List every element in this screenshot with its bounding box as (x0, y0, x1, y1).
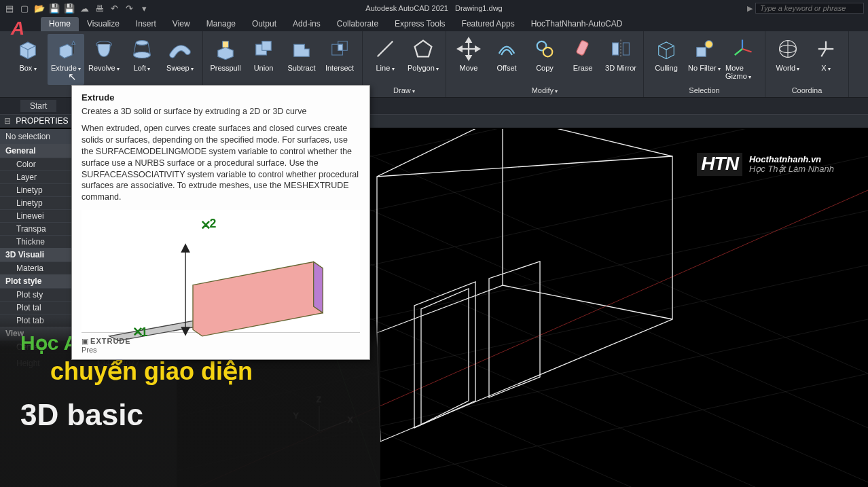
culling-button[interactable]: Culling (648, 34, 685, 85)
autocad-app-icon[interactable]: A (4, 15, 31, 42)
nofilter-button[interactable]: No Filter (686, 34, 723, 85)
sweep-label: Sweep (166, 64, 194, 72)
tab-featuredapps[interactable]: Featured Apps (454, 17, 523, 31)
loft-icon (130, 37, 154, 61)
qat-dd-icon[interactable]: ▾ (139, 3, 149, 14)
copy-icon (532, 37, 557, 61)
polygon-button[interactable]: Polygon (405, 34, 441, 85)
union-icon (251, 37, 276, 61)
culling-label: Culling (655, 64, 678, 72)
tab-expresstools[interactable]: Express Tools (386, 17, 453, 31)
svg-point-22 (705, 41, 712, 48)
xaxis-button[interactable]: X (808, 34, 844, 85)
overlay-line3: 3D basic (20, 398, 360, 432)
erase-button[interactable]: Erase (564, 34, 601, 85)
svg-line-11 (378, 41, 393, 57)
ribbon-group-coordina[interactable]: Coordina (770, 85, 844, 96)
polygon-label: Polygon (408, 64, 439, 72)
tab-view[interactable]: View (164, 17, 198, 31)
revolve-label: Revolve (88, 64, 120, 72)
presspull-button[interactable]: Presspull (207, 34, 244, 85)
save-icon[interactable]: 💾 (49, 3, 60, 14)
watermark: HTN Hocthatnhanh.vn Học Thật Làm Nhanh (697, 153, 834, 176)
quick-access-toolbar: ▤ ▢ 📂 💾 💾 ☁ 🖶 ↶ ↷ ▾ (4, 3, 149, 14)
world-button[interactable]: World (770, 34, 806, 85)
move-button[interactable]: Move (450, 34, 487, 85)
revolve-icon (92, 37, 116, 61)
intersect-label: Intersect (325, 64, 354, 72)
svg-rect-19 (623, 43, 629, 55)
tab-addins[interactable]: Add-ins (285, 17, 329, 31)
line-button[interactable]: Line (367, 34, 403, 85)
subtract-button[interactable]: Subtract (283, 34, 320, 85)
tooltip-body: When extruded, open curves create surfac… (82, 123, 360, 203)
open-icon[interactable]: 📂 (34, 3, 45, 14)
svg-rect-17 (576, 40, 589, 56)
tab-manage[interactable]: Manage (198, 17, 244, 31)
svg-point-16 (543, 48, 553, 57)
world-label: World (776, 64, 800, 72)
loft-label: Loft (134, 64, 151, 72)
collapse-icon[interactable]: ⊟ (4, 116, 11, 126)
offset-button[interactable]: Offset (488, 34, 525, 85)
loft-button[interactable]: Loft (124, 34, 160, 85)
world-icon (776, 37, 800, 61)
watermark-logo: HTN (697, 153, 742, 176)
tab-home[interactable]: Home (41, 17, 79, 31)
tab-start[interactable]: Start (20, 100, 56, 112)
redo-icon[interactable]: ↷ (124, 3, 134, 14)
move-icon (456, 37, 481, 61)
search-hint-icon: ▶ (747, 4, 753, 13)
polygon-icon (411, 37, 435, 61)
sweep-button[interactable]: Sweep (162, 34, 198, 85)
xaxis-icon (814, 37, 838, 61)
presspull-label: Presspull (210, 64, 240, 72)
svg-text:1: 1 (141, 325, 147, 339)
copy-button[interactable]: Copy (526, 34, 563, 85)
properties-title: PROPERTIES (16, 116, 68, 126)
extrude-icon (54, 37, 78, 61)
union-button[interactable]: Union (245, 34, 282, 85)
svg-line-25 (735, 49, 742, 55)
tab-custom[interactable]: HocThatNhanh-AutoCAD (523, 17, 631, 31)
tab-insert[interactable]: Insert (128, 17, 164, 31)
help-search-input[interactable] (755, 3, 864, 14)
sweep-icon (168, 37, 192, 61)
saveas-icon[interactable]: 💾 (64, 3, 75, 14)
new-icon[interactable]: ▢ (19, 3, 30, 14)
ribbon-group-draw[interactable]: Draw (367, 85, 441, 96)
undo-icon[interactable]: ↶ (109, 3, 120, 14)
intersect-button[interactable]: Intersect (321, 34, 358, 85)
plot-icon[interactable]: 🖶 (94, 3, 105, 14)
extrude-tooltip: Extrude Creates a 3D solid or surface by… (71, 85, 370, 360)
movegizmo-label: Move Gizmo (725, 64, 759, 80)
ribbon-group-selection[interactable]: Selection (648, 85, 761, 96)
overlay-line2: chuyển giao diện (50, 357, 360, 386)
revolve-button[interactable]: Revolve (86, 34, 122, 85)
svg-line-30 (821, 49, 826, 56)
web-icon[interactable]: ☁ (79, 3, 90, 14)
svg-point-3 (134, 52, 151, 58)
svg-point-2 (136, 41, 148, 46)
erase-label: Erase (573, 64, 593, 72)
tab-output[interactable]: Output (244, 17, 285, 31)
extrude-label: Extrude (51, 64, 81, 72)
offset-label: Offset (496, 64, 516, 72)
movegizmo-button[interactable]: Move Gizmo (724, 34, 761, 85)
menu-icon[interactable]: ▤ (4, 3, 15, 14)
offset-icon (494, 37, 519, 61)
tab-collaborate[interactable]: Collaborate (329, 17, 386, 31)
ribbon-group-modify[interactable]: Modify (450, 85, 639, 96)
svg-rect-18 (613, 43, 619, 55)
svg-text:2: 2 (210, 217, 217, 230)
union-label: Union (254, 64, 274, 72)
3dmirror-button[interactable]: 3D Mirror (602, 34, 639, 85)
box-label: Box (19, 64, 36, 72)
extrude-button[interactable]: Extrude (48, 34, 84, 85)
nofilter-icon (692, 37, 717, 61)
intersect-icon (327, 37, 352, 61)
watermark-tag: Học Thật Làm Nhanh (749, 164, 834, 174)
xaxis-label: X (821, 64, 831, 72)
tab-visualize[interactable]: Visualize (79, 17, 128, 31)
tooltip-press: Pres (82, 346, 97, 354)
